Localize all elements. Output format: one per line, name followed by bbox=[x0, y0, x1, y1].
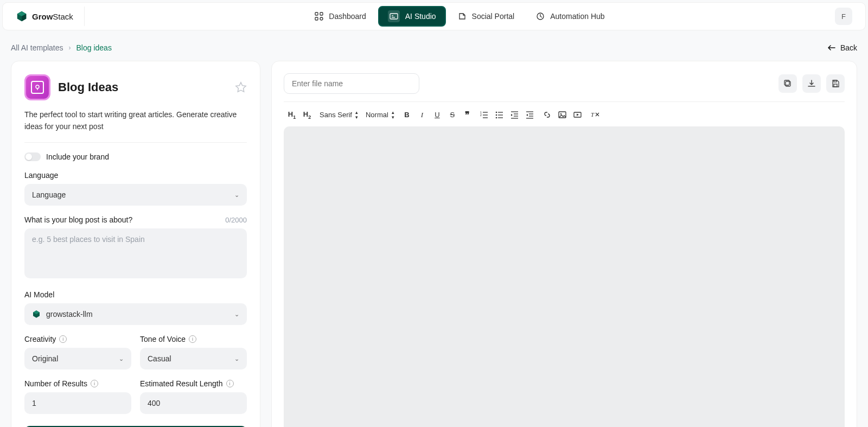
main-content: Blog Ideas The perfect tool to start wri… bbox=[0, 61, 868, 427]
underline-button[interactable]: U bbox=[432, 111, 442, 119]
chevron-updown-icon: ▴▾ bbox=[355, 110, 358, 120]
favorite-button[interactable] bbox=[235, 81, 247, 93]
language-label: Language bbox=[24, 171, 247, 180]
include-brand-toggle[interactable] bbox=[24, 152, 41, 161]
blockquote-button[interactable]: ❞ bbox=[463, 110, 473, 120]
chevron-down-icon: ⌄ bbox=[119, 355, 124, 362]
svg-point-6 bbox=[320, 17, 323, 20]
arrow-left-icon bbox=[827, 43, 836, 52]
ai-model-value: growstack-llm bbox=[46, 310, 93, 318]
video-icon bbox=[573, 111, 582, 119]
breadcrumb-row: All AI templates › Blog ideas Back bbox=[0, 30, 868, 61]
svg-rect-7 bbox=[390, 14, 398, 19]
svg-rect-17 bbox=[834, 84, 837, 87]
font-family-select[interactable]: Sans Serif ▴▾ bbox=[320, 110, 358, 120]
dashboard-icon bbox=[315, 12, 323, 21]
topic-input[interactable] bbox=[24, 228, 247, 278]
copy-icon bbox=[783, 79, 792, 88]
heading2-button[interactable]: H2 bbox=[302, 110, 312, 120]
back-button[interactable]: Back bbox=[827, 43, 857, 52]
ordered-list-button[interactable]: 12 bbox=[480, 111, 490, 119]
breadcrumb-leaf: Blog ideas bbox=[76, 43, 112, 52]
creativity-label: Creativity bbox=[24, 335, 56, 343]
num-results-label: Number of Results bbox=[24, 379, 87, 388]
creativity-value: Original bbox=[32, 354, 58, 363]
star-icon bbox=[235, 81, 247, 93]
tone-select[interactable]: Casual ⌄ bbox=[140, 348, 247, 369]
strikethrough-button[interactable]: S bbox=[448, 111, 457, 119]
svg-rect-5 bbox=[315, 17, 318, 20]
svg-point-24 bbox=[496, 112, 497, 113]
info-icon[interactable]: i bbox=[59, 335, 67, 343]
num-results-input[interactable]: 1 bbox=[24, 392, 131, 414]
svg-marker-43 bbox=[577, 114, 579, 116]
nav-ai-studio[interactable]: AI Studio bbox=[378, 6, 446, 27]
heading1-button[interactable]: H1 bbox=[287, 110, 297, 120]
user-avatar[interactable]: F bbox=[835, 8, 852, 25]
link-button[interactable] bbox=[543, 111, 553, 119]
outdent-icon bbox=[510, 111, 519, 119]
nav-social-portal[interactable]: Social Portal bbox=[448, 6, 525, 27]
video-button[interactable] bbox=[573, 111, 583, 119]
indent-button[interactable] bbox=[526, 111, 535, 119]
social-portal-icon bbox=[458, 12, 467, 21]
nav-automation-hub[interactable]: Automation Hub bbox=[526, 6, 614, 27]
link-icon bbox=[543, 111, 551, 119]
unordered-list-button[interactable] bbox=[495, 111, 505, 119]
svg-rect-4 bbox=[320, 12, 323, 15]
svg-point-25 bbox=[496, 114, 497, 116]
chevron-down-icon: ⌄ bbox=[234, 355, 239, 362]
breadcrumb: All AI templates › Blog ideas bbox=[11, 43, 112, 52]
tool-title: Blog Ideas bbox=[58, 80, 118, 94]
chevron-updown-icon: ▴▾ bbox=[392, 110, 394, 120]
ol-icon: 12 bbox=[480, 111, 488, 119]
top-bar: GrowStack Dashboard AI Studio Social Por… bbox=[2, 2, 866, 30]
est-length-input[interactable]: 400 bbox=[140, 392, 247, 414]
tone-value: Casual bbox=[148, 354, 171, 363]
outdent-button[interactable] bbox=[510, 111, 520, 119]
editor-toolbar: H1 H2 Sans Serif ▴▾ Normal ▴▾ B I U S ❞ … bbox=[284, 107, 845, 126]
svg-point-11 bbox=[36, 85, 39, 88]
chevron-down-icon: ⌄ bbox=[234, 192, 239, 199]
info-icon[interactable]: i bbox=[91, 380, 98, 387]
image-icon bbox=[558, 111, 566, 119]
ai-model-label: AI Model bbox=[24, 290, 247, 299]
bold-button[interactable]: B bbox=[402, 111, 412, 119]
svg-point-26 bbox=[496, 117, 497, 119]
filename-input[interactable] bbox=[284, 73, 419, 94]
blog-ideas-icon bbox=[24, 74, 50, 100]
clear-format-button[interactable]: T bbox=[591, 111, 601, 119]
tool-config-panel: Blog Ideas The perfect tool to start wri… bbox=[11, 61, 260, 427]
nav-dashboard[interactable]: Dashboard bbox=[305, 6, 376, 27]
svg-point-41 bbox=[560, 113, 561, 114]
info-icon[interactable]: i bbox=[189, 335, 196, 343]
copy-button[interactable] bbox=[778, 74, 797, 93]
image-button[interactable] bbox=[558, 111, 568, 119]
brand-name: GrowStack bbox=[32, 12, 73, 21]
font-size-select[interactable]: Normal ▴▾ bbox=[366, 110, 394, 120]
tone-label: Tone of Voice bbox=[140, 335, 186, 343]
svg-rect-18 bbox=[834, 80, 837, 82]
nav-ai-studio-label: AI Studio bbox=[405, 12, 436, 21]
brand-logo[interactable]: GrowStack bbox=[16, 7, 85, 26]
info-icon[interactable]: i bbox=[226, 380, 234, 387]
model-icon bbox=[32, 310, 41, 318]
font-family-value: Sans Serif bbox=[320, 111, 352, 119]
ai-studio-icon bbox=[390, 12, 398, 21]
automation-hub-icon bbox=[536, 12, 545, 21]
nav-automation-hub-label: Automation Hub bbox=[550, 12, 604, 21]
download-button[interactable] bbox=[802, 74, 821, 93]
breadcrumb-root[interactable]: All AI templates bbox=[11, 43, 63, 52]
language-select[interactable]: Language ⌄ bbox=[24, 184, 247, 206]
topic-label: What is your blog post is about? bbox=[24, 215, 132, 224]
svg-marker-34 bbox=[511, 114, 513, 116]
ul-icon bbox=[495, 111, 503, 119]
editor-content-area[interactable] bbox=[284, 126, 845, 427]
italic-button[interactable]: I bbox=[417, 111, 427, 119]
creativity-select[interactable]: Original ⌄ bbox=[24, 348, 131, 369]
include-brand-label: Include your brand bbox=[46, 152, 109, 161]
save-button[interactable] bbox=[826, 74, 845, 93]
editor-panel: H1 H2 Sans Serif ▴▾ Normal ▴▾ B I U S ❞ … bbox=[271, 61, 857, 427]
language-value: Language bbox=[32, 190, 66, 199]
ai-model-select[interactable]: growstack-llm ⌄ bbox=[24, 303, 247, 325]
